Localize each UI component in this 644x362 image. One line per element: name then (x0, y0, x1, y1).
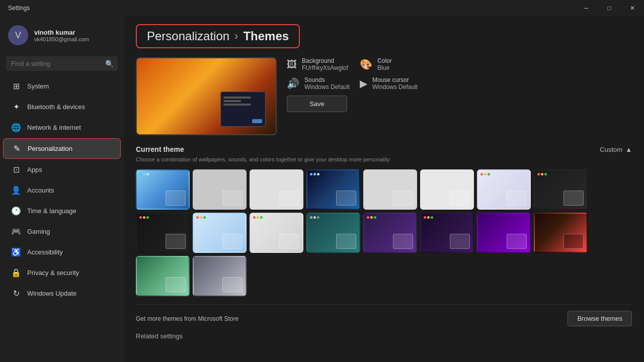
dot-green (544, 173, 547, 175)
dot2 (313, 216, 316, 219)
sidebar-item-bluetooth[interactable]: ✦ Bluetooth & devices (3, 97, 121, 117)
theme-thumb-landscape[interactable] (136, 256, 190, 296)
theme-thumb-windows11-dark[interactable] (306, 169, 360, 210)
preview-window (220, 92, 266, 127)
color-label: Color (377, 57, 392, 64)
save-button[interactable]: Save (287, 96, 347, 112)
preview-button (252, 119, 262, 123)
breadcrumb-parent[interactable]: Personalization (147, 29, 229, 43)
theme-thumb-light-gray[interactable] (250, 213, 303, 253)
theme-thumb-dark2[interactable] (136, 213, 190, 253)
dot-red (537, 173, 540, 175)
color-details: Color Blue (377, 57, 392, 71)
dot-row (139, 173, 149, 175)
apps-icon: ⊡ (11, 165, 21, 174)
theme-thumb-flower[interactable] (534, 213, 588, 253)
search-box[interactable]: 🔍 (6, 56, 118, 71)
sounds-icon: 🔊 (287, 77, 299, 89)
sidebar-item-accessibility[interactable]: ♿ Accessibility (3, 242, 121, 262)
maximize-button[interactable]: □ (598, 0, 621, 16)
color-icon: 🎨 (360, 58, 372, 70)
dot3 (317, 216, 319, 219)
dot-row (310, 173, 319, 175)
background-meta[interactable]: 🖼 Background FUrfhkyXsAwglof (287, 57, 350, 71)
dot-yellow (143, 216, 145, 219)
theme-grid (136, 169, 632, 296)
theme-thumb-plain1[interactable] (193, 169, 247, 210)
bottom-bar: Get more themes from Microsoft Store Bro… (136, 304, 632, 328)
thumb-window (336, 191, 356, 206)
sidebar-nav: ⊞ System ✦ Bluetooth & devices 🌐 Network… (0, 76, 124, 362)
sidebar-item-label: Network & internet (27, 124, 81, 131)
thumb-window (166, 191, 186, 206)
sidebar-item-accounts[interactable]: 👤 Accounts (3, 180, 121, 200)
thumb-window (222, 191, 243, 206)
theme-thumb-violet[interactable] (477, 213, 531, 253)
preview-line-2 (223, 100, 241, 102)
thumb-window (166, 277, 186, 292)
section-toggle[interactable]: Custom ▲ (600, 146, 632, 153)
gaming-icon: 🎮 (11, 227, 21, 236)
thumb-window (507, 191, 527, 206)
color-meta[interactable]: 🎨 Color Blue (360, 57, 423, 71)
sidebar-item-label: Privacy & security (27, 269, 79, 277)
theme-info-row: 🖼 Background FUrfhkyXsAwglof 🎨 Color Blu… (136, 57, 632, 135)
preview-line-1 (223, 97, 251, 99)
theme-thumb-windows11-light[interactable] (136, 169, 190, 210)
theme-thumb-purple[interactable] (363, 213, 417, 253)
dot-row (367, 216, 376, 219)
dot-red (139, 216, 142, 219)
sidebar-item-apps[interactable]: ⊡ Apps (3, 160, 121, 179)
user-email: vk401850@gmail.com (34, 36, 89, 42)
sidebar-item-personalization[interactable]: ✎ Personalization (3, 138, 121, 159)
sidebar-item-privacy[interactable]: 🔒 Privacy & security (3, 263, 121, 283)
sidebar-item-label: Time & language (27, 207, 76, 215)
close-button[interactable]: ✕ (621, 0, 644, 16)
thumb-window (222, 234, 243, 249)
thumb-window (564, 234, 584, 249)
dot1 (310, 173, 312, 175)
dot-row (424, 216, 433, 219)
sidebar-item-gaming[interactable]: 🎮 Gaming (3, 222, 121, 241)
theme-thumb-light-blue[interactable] (193, 213, 247, 253)
dot-row (310, 216, 319, 219)
sidebar-item-system[interactable]: ⊞ System (3, 76, 121, 96)
dot-green (146, 216, 149, 219)
theme-thumb-plain4[interactable] (420, 169, 474, 210)
theme-thumb-plain3[interactable] (363, 169, 417, 210)
dot2 (143, 173, 145, 175)
background-label: Background (302, 57, 348, 64)
preview-line-3 (223, 104, 251, 106)
search-input[interactable] (6, 56, 118, 71)
section-subtitle: Choose a combination of wallpapers, soun… (136, 156, 632, 162)
accessibility-icon: ♿ (11, 247, 21, 257)
sidebar-item-network[interactable]: 🌐 Network & internet (3, 118, 121, 137)
theme-thumb-teal[interactable] (306, 213, 360, 253)
dot-yellow (370, 216, 373, 219)
theme-thumb-dark1[interactable] (534, 169, 588, 210)
user-profile[interactable]: V vinoth kumar vk401850@gmail.com (0, 16, 124, 54)
thumb-window (166, 234, 186, 249)
sidebar-item-time[interactable]: 🕐 Time & language (3, 201, 121, 221)
mouse-meta[interactable]: ▶ Mouse cursor Windows Default (360, 76, 423, 90)
dot-yellow (200, 216, 202, 219)
dot-red (367, 216, 369, 219)
dot2 (313, 173, 316, 175)
theme-thumb-macos[interactable] (477, 169, 531, 210)
sidebar-item-update[interactable]: ↻ Windows Update (3, 284, 121, 303)
dot-row (139, 216, 149, 219)
breadcrumb-current: Themes (243, 29, 289, 43)
minimize-button[interactable]: ─ (575, 0, 598, 16)
browse-themes-button[interactable]: Browse themes (568, 311, 632, 326)
sidebar: V vinoth kumar vk401850@gmail.com 🔍 ⊞ Sy… (0, 16, 124, 362)
sounds-meta[interactable]: 🔊 Sounds Windows Default (287, 76, 350, 90)
theme-thumb-plain2[interactable] (250, 169, 303, 210)
dot-yellow (484, 173, 487, 175)
theme-thumb-gray-swirl[interactable] (193, 256, 247, 296)
sidebar-item-label: Apps (27, 166, 42, 173)
dot-green (203, 216, 206, 219)
background-value: FUrfhkyXsAwglof (302, 64, 348, 71)
thumb-window (279, 191, 299, 206)
theme-meta: 🖼 Background FUrfhkyXsAwglof 🎨 Color Blu… (287, 57, 423, 135)
theme-thumb-dark-purple[interactable] (420, 213, 474, 253)
